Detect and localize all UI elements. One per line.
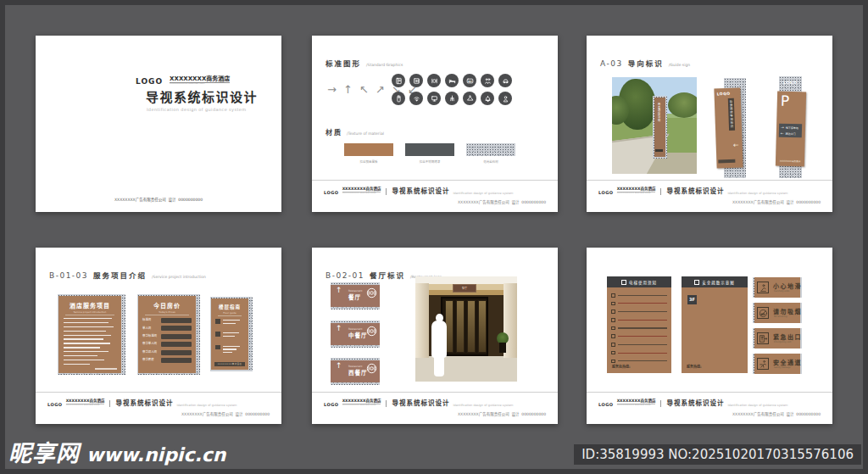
graphics-heading: 标准图形 /Standard Graphics (326, 58, 403, 68)
shower-icon (445, 92, 459, 105)
footer-hotel-sub: XXXXXXXXXXXX Business Hotel (342, 192, 381, 195)
sign-label-cn: 西餐厅 (348, 368, 368, 376)
material-label: 花岗岩石材 (466, 159, 515, 164)
board-subtitle: Today's Prices (145, 310, 189, 315)
photo-sign-pylon: 商务酒店导视 (653, 96, 667, 159)
sign-label-cn: 安全通道 (773, 358, 802, 366)
room-type-label: 豪华标准间 (142, 335, 161, 337)
footer-separator (660, 188, 661, 195)
panel-footer: LOGO XXXXXXXX商务酒店XXXXXXXXXXXX Business H… (598, 186, 788, 195)
footer-hotel: XXXXXXXX商务酒店XXXXXXXXXXXX Business Hotel (617, 399, 656, 407)
panel-restaurant-sign: B-02-01 餐厅标识 /Restaurant logo ↑ Restaura… (312, 248, 558, 424)
sign-label-cn: 中餐厅 (348, 331, 368, 339)
sign-logo: LOGO (783, 81, 797, 85)
direction-label: 地下停车场 (786, 125, 798, 129)
footer-title-cn: 导视系统标识设计 (392, 186, 449, 195)
floor-guide-row (215, 345, 244, 355)
restaurant-entrance-photo: 餐厅 (415, 276, 517, 382)
sign-bottom-text: XXXXXXXX商务酒店 (776, 159, 804, 164)
price-row: 豪华双人间 (142, 350, 192, 355)
sign-label-cn: 小心地滑 (773, 282, 802, 290)
footer-hotel: XXXXXXXX商务酒店XXXXXXXXXXXX Business Hotel (342, 399, 381, 407)
guide-code: A-03 (600, 59, 623, 68)
footer-title-en: Identification design of guidance system (176, 404, 236, 407)
footer-company-line: XXXXXXXX广告有限责任公司 设计 0000000000 (458, 411, 546, 416)
person-silhouette (431, 314, 449, 376)
watermark-brand: 昵享网 www.nipic.cn (8, 435, 226, 468)
floor-lines (223, 332, 245, 338)
no-smoking-sign: 请勿吸烟 No Smoking (753, 303, 802, 323)
up-arrow-icon: ↑ (336, 361, 342, 370)
guide-sign-mockup-1: LOGO 商务酒店导视标识 ← (714, 78, 754, 178)
bellhop-icon (498, 92, 512, 105)
parking-letter: P (781, 92, 790, 109)
material-label: 拉丝不锈钢烤漆 (405, 159, 454, 164)
room-type-label: 豪华套房 (142, 359, 161, 361)
bed-icon (445, 74, 459, 87)
restaurant-sign-1: ↑ Restaurant 餐厅 (331, 282, 380, 309)
board-title: 今日房价 (138, 301, 196, 309)
cover-hotel-sub: XXXXXXXXXXXX Business Hotel (170, 82, 230, 86)
door-pane (467, 300, 476, 353)
graphics-heading-cn: 标准图形 (326, 58, 361, 68)
floor-icon (215, 319, 220, 324)
pylon-vertical-text: 商务酒店导视 (657, 103, 661, 122)
watermark-site-url[interactable]: www.nipic.cn (86, 444, 226, 466)
caution-slippery-sign: 小心地滑 Carefully slide (753, 277, 802, 298)
dining-plate-icon (366, 286, 377, 302)
up-arrow-icon: ↑ (336, 324, 342, 332)
tv-icon (427, 92, 441, 105)
price-slot (161, 358, 192, 363)
material-heading-cn: 材质 (326, 127, 342, 137)
notice-row (611, 326, 667, 331)
board-face: 今日房价 Today's Prices 标准间 单人间 豪华标准间 豪华单人间 … (138, 296, 196, 373)
notice-row (611, 309, 667, 314)
sign-face: LOGO 商务酒店导视标识 ← (714, 87, 743, 168)
panel-standard-graphics: 标准图形 /Standard Graphics → ↑ ↖ ↗ ↘ ↙ WC 材… (312, 36, 558, 212)
notice-row (611, 343, 667, 347)
board-footer-bar: XXXXXXXX商务酒店 (214, 362, 245, 366)
sign-label-en: Safety passage (774, 366, 791, 369)
restaurant-sign-2: ↑ Restaurant 中餐厅 (331, 321, 380, 348)
footer-logo: LOGO (324, 190, 339, 195)
guide-heading-en: /Guide sign (669, 63, 690, 67)
restaurant-icon (427, 74, 441, 87)
footer-title-cn: 导视系统标识设计 (666, 398, 724, 407)
people-icon (481, 74, 494, 87)
bush-image (668, 92, 697, 118)
cover-company-line: XXXXXXXX广告有限责任公司 设计 0000000000 (36, 197, 281, 202)
wc-icon: WC (463, 74, 476, 87)
restaurant-heading-cn: 餐厅标识 (370, 270, 405, 280)
sign-vertical-text: 商务酒店导视标识 (728, 98, 735, 131)
board-body: 3F 服务热线: (682, 287, 748, 373)
footer-title-en: Identification design of guidance system (727, 192, 787, 195)
floor-icon (215, 332, 220, 337)
board-title: 楼层指南 (211, 304, 248, 310)
sign-dark-bar (718, 159, 735, 164)
floor-badge: 3F (687, 295, 697, 304)
panel-guide-sign: A-03 导向标识 /Guide sign 商务酒店导视 LOGO 商务酒店导视… (587, 36, 832, 212)
board-header: 安全疏散示意图 (682, 276, 748, 287)
price-slot (161, 350, 192, 355)
footer-hotel-sub: XXXXXXXXXXXX Business Hotel (66, 404, 105, 407)
footer-logo: LOGO (47, 402, 63, 407)
panel-footer: LOGO XXXXXXXX商务酒店XXXXXXXXXXXX Business H… (324, 186, 514, 195)
board-body: 服务处热线: (607, 287, 671, 373)
running-person-icon (757, 358, 769, 370)
notice-row (611, 334, 667, 338)
footer-divider (587, 180, 832, 181)
sign-face: P →地下停车场 ←酒店大门 XXXXXXXX商务酒店 (776, 92, 806, 167)
board-header: 电梯使用须知 (607, 276, 671, 287)
watermark-site-name: 昵享网 (8, 435, 80, 468)
footer-hotel: XXXXXXXX商务酒店XXXXXXXXXXXX Business Hotel (66, 399, 105, 407)
safety-passage-sign: 安全通道 Safety passage (753, 354, 802, 374)
door-pane (478, 300, 487, 353)
emergency-exit-sign: 紧急出口 Emergency exit (753, 328, 802, 349)
door-header-sign: 餐厅 (453, 284, 476, 293)
room-type-label: 豪华单人间 (142, 343, 161, 345)
material-heading-en: /Texture of material (347, 131, 384, 136)
footer-title-cn: 导视系统标识设计 (392, 398, 449, 407)
footer-divider (312, 180, 558, 181)
footer-company-line: XXXXXXXX广告有限责任公司 设计 0000000000 (181, 411, 270, 416)
park-photo: 商务酒店导视 (612, 77, 697, 174)
